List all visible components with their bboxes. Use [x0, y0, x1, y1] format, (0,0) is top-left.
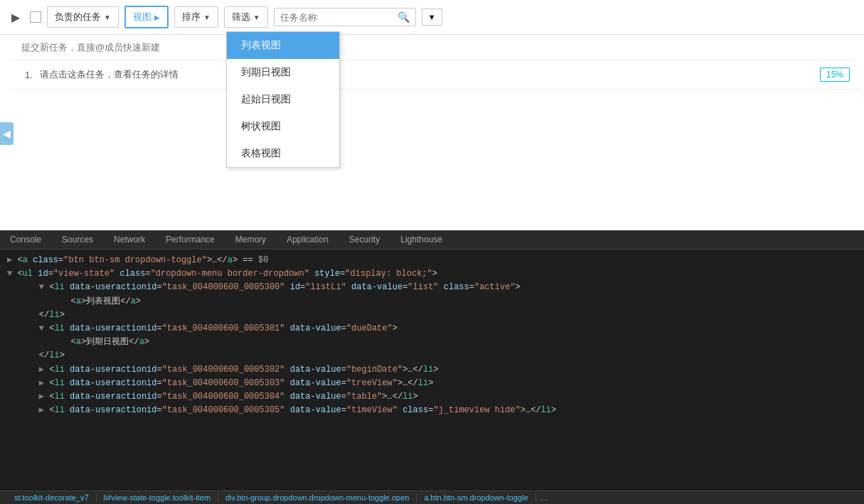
devtools-panel: Console Sources Network Performance Memo… — [0, 230, 864, 504]
expand-toggle[interactable]: ▶ — [7, 8, 24, 27]
new-task-input[interactable] — [21, 42, 843, 53]
filter-arrow: ▼ — [253, 14, 260, 21]
task-number: 1. — [25, 70, 33, 80]
code-line-6: ▼ <li data-useractionid="task_004000600_… — [7, 322, 857, 336]
dropdown-item-treeview[interactable]: 树状视图 — [227, 113, 339, 140]
status-dots: … — [536, 493, 553, 502]
status-a-btn[interactable]: a.btn.btn-sm.dropdown-toggle — [417, 493, 535, 502]
dropdown-item-begindate[interactable]: 起始日视图 — [227, 86, 339, 113]
code-line-9: ▶ <li data-useractionid="task_004000600_… — [7, 363, 857, 377]
tab-application[interactable]: Application — [277, 230, 339, 249]
code-line-4: <a>列表视图</a> — [7, 295, 857, 309]
dropdown-item-duedate[interactable]: 到期日视图 — [227, 59, 339, 86]
search-area: 🔍 — [274, 8, 416, 26]
tab-security[interactable]: Security — [339, 230, 390, 249]
responsible-arrow: ▼ — [104, 14, 111, 21]
status-toolkit[interactable]: st.toolkit-decorate_v7 — [7, 493, 97, 502]
responsible-label: 负责的任务 — [55, 11, 101, 23]
code-line-2: ▼ <ul id="view-state" class="dropdown-me… — [7, 267, 857, 281]
dropdown-item-table[interactable]: 表格视图 — [227, 140, 339, 167]
view-button[interactable]: 视图 ▶ — [124, 6, 169, 28]
task-badge: 15% — [820, 68, 850, 82]
status-div-btn-group[interactable]: div.btn-group.dropdown.dropdown-menu-tog… — [218, 493, 417, 502]
code-line-1: ▶ <a class="btn btn-sm dropdown-toggle">… — [7, 254, 857, 267]
devtools-statusbar: st.toolkit-decorate_v7 li#view-state-tog… — [0, 490, 864, 504]
filter-button[interactable]: 筛选 ▼ — [224, 6, 268, 28]
sort-label: 排序 — [182, 11, 201, 23]
code-line-10: ▶ <li data-useractionid="task_004000600_… — [7, 377, 857, 390]
sort-button[interactable]: 排序 ▼ — [174, 6, 218, 28]
tab-console[interactable]: Console — [0, 230, 52, 249]
search-icon[interactable]: 🔍 — [398, 11, 410, 23]
triangle-2[interactable]: ▼ — [7, 267, 12, 281]
tab-sources[interactable]: Sources — [52, 230, 104, 249]
task-item[interactable]: 1. 请点击这条任务，查看任务的详情 15% — [11, 60, 864, 90]
responsible-button[interactable]: 负责的任务 ▼ — [47, 6, 119, 28]
tab-network[interactable]: Network — [104, 230, 156, 249]
dropdown-item-list[interactable]: 列表视图 — [227, 32, 339, 59]
view-arrow: ▶ — [154, 14, 160, 21]
toolbar: ▶ 负责的任务 ▼ 视图 ▶ 排序 ▼ 筛选 ▼ 🔍 ▼ — [0, 0, 864, 35]
tab-memory[interactable]: Memory — [225, 230, 277, 249]
code-line-12: ▶ <li data-useractionid="task_004000600_… — [7, 404, 857, 417]
code-line-5: </li> — [7, 309, 857, 322]
code-line-3: ▼ <li data-useractionid="task_004000600_… — [7, 281, 857, 294]
devtools-tabs: Console Sources Network Performance Memo… — [0, 230, 864, 250]
view-label: 视图 — [133, 11, 151, 23]
view-dropdown-menu: 列表视图 到期日视图 起始日视图 树状视图 表格视图 — [226, 31, 340, 168]
task-checkbox[interactable] — [30, 11, 41, 23]
devtools-content[interactable]: ▶ <a class="btn btn-sm dropdown-toggle">… — [0, 250, 864, 490]
code-line-11: ▶ <li data-useractionid="task_004000600_… — [7, 390, 857, 404]
triangle-1[interactable]: ▶ — [7, 254, 12, 267]
filter-label: 筛选 — [232, 11, 250, 23]
task-input-area — [11, 35, 853, 60]
code-line-7: <a>到期日视图</a> — [7, 336, 857, 349]
tab-lighthouse[interactable]: Lighthouse — [390, 230, 453, 249]
sort-arrow: ▼ — [203, 14, 210, 21]
task-text: 请点击这条任务，查看任务的详情 — [40, 68, 820, 81]
sidebar-toggle[interactable]: ◀ — [0, 122, 14, 145]
search-input[interactable] — [280, 12, 398, 23]
code-line-8: </li> — [7, 349, 857, 363]
main-content: ▶ 负责的任务 ▼ 视图 ▶ 排序 ▼ 筛选 ▼ 🔍 ▼ — [0, 0, 864, 227]
search-dropdown-btn[interactable]: ▼ — [422, 9, 442, 26]
status-li-state[interactable]: li#view-state-toggle.toolkit-item — [97, 493, 218, 502]
tab-performance[interactable]: Performance — [156, 230, 225, 249]
